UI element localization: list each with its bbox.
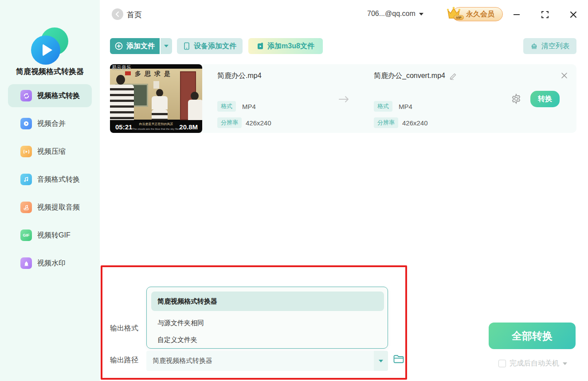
edit-pencil-icon[interactable] (449, 72, 457, 80)
add-file-button[interactable]: 添加文件 (110, 38, 160, 54)
add-m3u8-label: 添加m3u8文件 (267, 42, 314, 51)
output-file-name: 简鹿办公_convert.mp4 (374, 71, 445, 81)
minimize-button[interactable] (511, 9, 522, 20)
chevron-down-icon (164, 45, 169, 47)
maximize-icon (541, 11, 549, 19)
sidebar-item-video-to-gif[interactable]: GIF 视频转GIF (8, 224, 92, 247)
sidebar-item-video-watermark[interactable]: 视频水印 (8, 252, 92, 275)
broom-icon (530, 43, 538, 50)
shutdown-label: 完成后自动关机 (510, 359, 559, 368)
m3u8-file-icon (257, 43, 264, 50)
sidebar-item-video-compress[interactable]: 视频压缩 (8, 140, 92, 163)
watermark-icon (20, 257, 32, 269)
account-menu[interactable]: 706...@qq.com (367, 10, 425, 18)
add-file-label: 添加文件 (126, 42, 155, 51)
app-window: 简鹿视频格式转换器 视频格式转换 视频合并 视频压缩 (0, 0, 588, 381)
output-resolution-badge: 分辨率 (374, 117, 398, 128)
source-file-name: 简鹿办公.mp4 (217, 71, 262, 81)
sidebar-item-audio-format-convert[interactable]: 音频格式转换 (8, 168, 92, 191)
source-format-value: MP4 (242, 103, 256, 110)
page-title: 首页 (127, 10, 142, 20)
source-resolution-value: 426x240 (246, 119, 271, 127)
source-format-badge: 格式 (217, 101, 236, 112)
clear-list-label: 清空列表 (541, 42, 570, 51)
vip-tag: VIP (454, 15, 464, 20)
video-merge-icon (20, 118, 32, 129)
sidebar-item-extract-audio[interactable]: 视频提取音频 (8, 196, 92, 219)
arrow-left-icon (114, 11, 121, 17)
gif-icon: GIF (20, 229, 32, 241)
sidebar-item-label: 视频格式转换 (37, 91, 80, 101)
sidebar-item-label: 音频格式转换 (37, 175, 80, 184)
video-frame: 多思求是 (110, 69, 202, 120)
vip-badge[interactable]: VIP 永久会员 (452, 7, 503, 21)
close-button[interactable] (568, 9, 579, 20)
device-add-file-button[interactable]: 设备添加文件 (177, 38, 243, 54)
app-logo-icon (31, 27, 68, 65)
back-button[interactable] (112, 8, 123, 20)
add-m3u8-button[interactable]: 添加m3u8文件 (248, 38, 323, 54)
shutdown-checkbox[interactable] (498, 360, 506, 367)
crown-icon (445, 5, 463, 23)
annotation-box (101, 265, 407, 380)
output-resolution-value: 426x240 (402, 119, 428, 127)
thumbnail-duration: 05:21 (115, 123, 132, 131)
sidebar-nav: 视频格式转换 视频合并 视频压缩 音频格式转换 (0, 84, 100, 280)
format-convert-icon (20, 90, 32, 101)
chevron-down-icon (563, 362, 567, 365)
thumbnail-watermark: 易云音乐 (112, 64, 131, 71)
remove-file-icon[interactable] (561, 72, 568, 79)
convert-all-button[interactable]: 全部转换 (489, 323, 576, 349)
extract-audio-icon (20, 202, 32, 213)
close-icon (569, 11, 577, 19)
file-row: 多思求是 易云音乐 白云是蓝 (110, 64, 576, 133)
sidebar-item-label: 视频提取音频 (37, 203, 80, 212)
shutdown-after-finish[interactable]: 完成后自动关机 (498, 359, 567, 368)
sidebar-item-label: 视频水印 (37, 259, 66, 268)
minimize-icon (513, 11, 521, 19)
sidebar-item-video-merge[interactable]: 视频合并 (8, 112, 92, 135)
convert-button[interactable]: 转换 (530, 91, 560, 107)
sidebar: 简鹿视频格式转换器 视频格式转换 视频合并 视频压缩 (0, 0, 100, 381)
output-format-badge: 格式 (374, 101, 392, 112)
flag-shape (125, 71, 131, 75)
device-add-file-label: 设备添加文件 (194, 42, 236, 51)
sidebar-item-label: 视频转GIF (37, 231, 71, 240)
sidebar-item-label: 视频压缩 (37, 147, 66, 156)
video-thumbnail: 多思求是 易云音乐 白云是蓝 (110, 64, 202, 133)
account-email: 706...@qq.com (367, 10, 416, 17)
speaker-shape (153, 81, 159, 89)
thumbnail-filesize: 20.8M (179, 123, 198, 131)
thumbnail-banner-text: 多思求是 (135, 70, 174, 78)
add-file-dropdown-button[interactable] (161, 38, 172, 54)
maximize-button[interactable] (539, 9, 551, 20)
video-compress-icon (20, 146, 32, 157)
phone-icon (183, 42, 190, 50)
output-format-value: MP4 (399, 103, 412, 110)
chevron-down-icon (419, 13, 423, 16)
sidebar-item-video-format-convert[interactable]: 视频格式转换 (8, 84, 92, 107)
app-title: 简鹿视频格式转换器 (0, 66, 100, 77)
settings-gear-icon[interactable] (510, 93, 522, 105)
plus-circle-icon (115, 42, 123, 50)
vip-label: 永久会员 (466, 10, 494, 19)
audio-convert-icon (20, 174, 32, 185)
arrow-right-icon (338, 95, 350, 104)
sidebar-item-label: 视频合并 (37, 119, 66, 128)
clear-list-button[interactable]: 清空列表 (523, 38, 576, 54)
source-resolution-badge: 分辨率 (217, 117, 242, 128)
